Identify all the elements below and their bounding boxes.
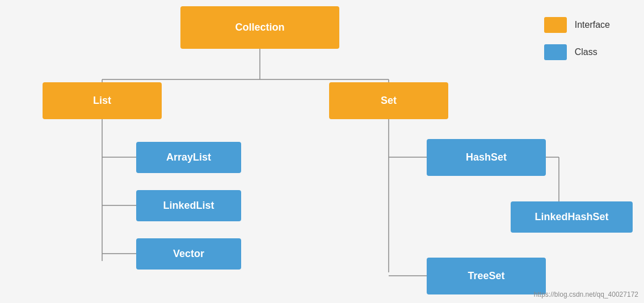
list-node: List xyxy=(43,82,162,119)
linkedlist-node: LinkedList xyxy=(136,190,241,221)
collection-node: Collection xyxy=(180,6,339,49)
diagram-container: Collection List Set ArrayList LinkedList… xyxy=(0,0,644,303)
legend-interface: Interface xyxy=(544,17,610,33)
legend-class: Class xyxy=(544,44,610,60)
legend-interface-label: Interface xyxy=(575,20,610,30)
legend: Interface Class xyxy=(544,17,610,60)
legend-interface-box xyxy=(544,17,567,33)
treeset-node: TreeSet xyxy=(427,258,546,294)
hashset-node: HashSet xyxy=(427,139,546,176)
legend-class-label: Class xyxy=(575,47,597,57)
set-node: Set xyxy=(329,82,448,119)
vector-node: Vector xyxy=(136,238,241,270)
linkedhashset-node: LinkedHashSet xyxy=(511,201,633,233)
watermark: https://blog.csdn.net/qq_40027172 xyxy=(534,291,638,298)
legend-class-box xyxy=(544,44,567,60)
arraylist-node: ArrayList xyxy=(136,142,241,173)
